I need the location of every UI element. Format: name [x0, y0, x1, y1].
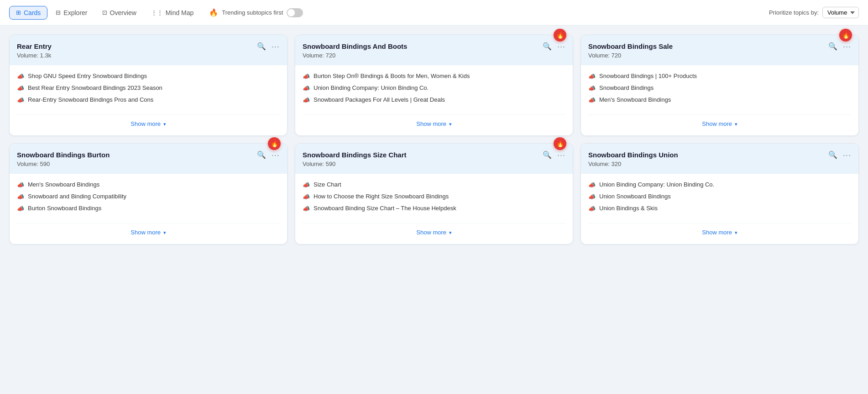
show-more-snowboard-bindings-burton[interactable]: Show more ▾ [17, 223, 280, 240]
cards-grid: Rear Entry Volume: 1.3k 🔍 ··· 📣 Shop GNU… [9, 35, 859, 244]
tab-mindmap[interactable]: ⋮⋮ Mind Map [145, 6, 200, 19]
mindmap-tab-icon: ⋮⋮ [151, 9, 163, 16]
card-item-text: Snowboard Bindings [599, 84, 654, 91]
show-more-snowboard-bindings-union[interactable]: Show more ▾ [588, 223, 851, 240]
megaphone-icon: 📣 [588, 181, 596, 188]
card-header-actions: 🔍 ··· [255, 150, 282, 160]
card-body-snowboard-bindings-burton: 📣 Men's Snowboard Bindings 📣 Snowboard a… [10, 174, 287, 244]
chevron-down-icon: ▾ [449, 230, 452, 235]
card-item: 📣 Shop GNU Speed Entry Snowboard Binding… [17, 73, 280, 80]
card-body-snowboard-bindings-and-boots: 📣 Burton Step On® Bindings & Boots for M… [295, 65, 573, 135]
card-snowboard-bindings-burton: 🔥 Snowboard Bindings Burton Volume: 590 … [9, 143, 288, 244]
card-body-snowboard-bindings-sale: 📣 Snowboard Bindings | 100+ Products 📣 S… [581, 65, 858, 135]
card-body-snowboard-bindings-union: 📣 Union Binding Company: Union Binding C… [581, 174, 858, 244]
trending-toggle[interactable] [287, 8, 303, 17]
card-items-snowboard-bindings-union: 📣 Union Binding Company: Union Binding C… [588, 181, 851, 218]
more-button-rear-entry[interactable]: ··· [270, 41, 282, 52]
card-body-snowboard-bindings-size-chart: 📣 Size Chart 📣 How to Choose the Right S… [295, 174, 573, 244]
search-button-snowboard-bindings-size-chart[interactable]: 🔍 [541, 150, 554, 160]
prioritize-container: Prioritize topics by: Volume [769, 7, 859, 18]
megaphone-icon: 📣 [588, 97, 596, 104]
prioritize-label: Prioritize topics by: [769, 9, 819, 16]
card-item: 📣 Union Bindings & Skis [588, 205, 851, 212]
search-button-rear-entry[interactable]: 🔍 [255, 42, 268, 51]
chevron-down-icon: ▾ [163, 230, 166, 235]
card-item: 📣 Snowboard Bindings [588, 84, 851, 92]
card-items-snowboard-bindings-size-chart: 📣 Size Chart 📣 How to Choose the Right S… [303, 181, 565, 218]
card-item: 📣 Size Chart [303, 181, 565, 188]
card-item-text: Union Bindings & Skis [599, 205, 658, 212]
more-button-snowboard-bindings-union[interactable]: ··· [841, 150, 853, 160]
card-header-actions: 🔍 ··· [826, 150, 853, 160]
card-items-snowboard-bindings-sale: 📣 Snowboard Bindings | 100+ Products 📣 S… [588, 73, 851, 109]
card-title-rear-entry: Rear Entry [17, 42, 280, 50]
card-item-text: Shop GNU Speed Entry Snowboard Bindings [28, 73, 147, 79]
main-content: Rear Entry Volume: 1.3k 🔍 ··· 📣 Shop GNU… [0, 26, 868, 254]
megaphone-icon: 📣 [303, 97, 310, 104]
card-snowboard-bindings-size-chart: 🔥 Snowboard Bindings Size Chart Volume: … [295, 143, 573, 244]
card-item-text: Snowboard Bindings | 100+ Products [599, 73, 697, 79]
card-item-text: Burton Step On® Bindings & Boots for Men… [314, 73, 470, 79]
card-item-text: Burton Snowboard Bindings [28, 205, 101, 212]
mindmap-tab-label: Mind Map [166, 9, 193, 16]
volume-select[interactable]: Volume [822, 7, 859, 18]
show-more-snowboard-bindings-size-chart[interactable]: Show more ▾ [303, 223, 565, 240]
card-header-snowboard-bindings-size-chart: Snowboard Bindings Size Chart Volume: 59… [295, 144, 573, 174]
card-item: 📣 Rear-Entry Snowboard Bindings Pros and… [17, 96, 280, 104]
card-items-snowboard-bindings-and-boots: 📣 Burton Step On® Bindings & Boots for M… [303, 73, 565, 109]
card-item-text: Size Chart [314, 181, 341, 188]
more-button-snowboard-bindings-burton[interactable]: ··· [270, 150, 282, 160]
chevron-down-icon: ▾ [735, 230, 737, 235]
megaphone-icon: 📣 [17, 73, 24, 80]
search-button-snowboard-bindings-and-boots[interactable]: 🔍 [541, 42, 554, 51]
more-button-snowboard-bindings-sale[interactable]: ··· [841, 41, 853, 52]
card-item-text: Best Rear Entry Snowboard Bindings 2023 … [28, 84, 162, 91]
trending-badge-snowboard-bindings-size-chart: 🔥 [554, 137, 566, 150]
card-volume-snowboard-bindings-union: Volume: 320 [588, 161, 851, 167]
overview-tab-label: Overview [110, 9, 136, 16]
explorer-tab-label: Explorer [63, 9, 87, 16]
trending-label: Trending subtopics first [222, 9, 283, 16]
card-volume-snowboard-bindings-burton: Volume: 590 [17, 161, 280, 167]
card-item: 📣 Union Binding Company: Union Binding C… [303, 84, 565, 92]
card-header-actions: 🔍 ··· [541, 41, 567, 52]
card-item: 📣 Best Rear Entry Snowboard Bindings 202… [17, 84, 280, 92]
show-more-snowboard-bindings-sale[interactable]: Show more ▾ [588, 114, 851, 132]
card-item-text: Snowboard Packages For All Levels | Grea… [314, 96, 445, 103]
tab-overview[interactable]: ⊡ Overview [96, 6, 143, 19]
megaphone-icon: 📣 [303, 181, 310, 188]
card-item-text: Snowboard Binding Size Chart – The House… [314, 205, 456, 212]
card-header-rear-entry: Rear Entry Volume: 1.3k 🔍 ··· [10, 35, 287, 65]
megaphone-icon: 📣 [17, 205, 24, 212]
top-navigation: ⊞ Cards ⊟ Explorer ⊡ Overview ⋮⋮ Mind Ma… [0, 0, 868, 26]
card-item: 📣 Union Binding Company: Union Binding C… [588, 181, 851, 188]
trending-toggle-container: 🔥 Trending subtopics first [209, 8, 303, 17]
megaphone-icon: 📣 [588, 193, 596, 200]
megaphone-icon: 📣 [588, 205, 596, 212]
card-item: 📣 Snowboard Packages For All Levels | Gr… [303, 96, 565, 104]
tab-explorer[interactable]: ⊟ Explorer [49, 6, 94, 19]
search-button-snowboard-bindings-burton[interactable]: 🔍 [255, 150, 268, 160]
card-item: 📣 Snowboard Bindings | 100+ Products [588, 73, 851, 80]
card-item: 📣 Burton Snowboard Bindings [17, 205, 280, 212]
card-header-actions: 🔍 ··· [541, 150, 567, 160]
tab-cards[interactable]: ⊞ Cards [9, 6, 47, 20]
search-button-snowboard-bindings-union[interactable]: 🔍 [826, 150, 839, 160]
card-items-rear-entry: 📣 Shop GNU Speed Entry Snowboard Binding… [17, 73, 280, 109]
search-button-snowboard-bindings-sale[interactable]: 🔍 [826, 42, 839, 51]
show-more-snowboard-bindings-and-boots[interactable]: Show more ▾ [303, 114, 565, 132]
trending-fire-icon: 🔥 [209, 8, 218, 17]
more-button-snowboard-bindings-and-boots[interactable]: ··· [555, 41, 567, 52]
overview-tab-icon: ⊡ [102, 9, 107, 16]
card-item: 📣 Men's Snowboard Bindings [17, 181, 280, 188]
card-body-rear-entry: 📣 Shop GNU Speed Entry Snowboard Binding… [10, 65, 287, 135]
card-item-text: Rear-Entry Snowboard Bindings Pros and C… [28, 96, 153, 103]
card-header-snowboard-bindings-sale: Snowboard Bindings Sale Volume: 720 🔍 ··… [581, 35, 858, 65]
trending-badge-snowboard-bindings-and-boots: 🔥 [554, 29, 566, 41]
cards-tab-label: Cards [24, 9, 41, 16]
megaphone-icon: 📣 [17, 97, 24, 104]
card-header-actions: 🔍 ··· [255, 41, 282, 52]
card-item-text: Union Snowboard Bindings [599, 193, 671, 200]
more-button-snowboard-bindings-size-chart[interactable]: ··· [555, 150, 567, 160]
show-more-rear-entry[interactable]: Show more ▾ [17, 114, 280, 132]
